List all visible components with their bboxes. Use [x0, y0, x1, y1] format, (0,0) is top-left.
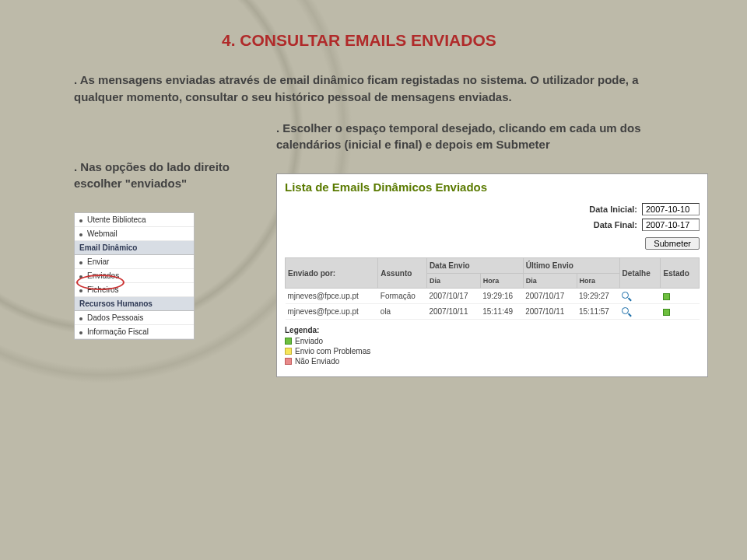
cell-de-dia: 2007/10/17: [426, 289, 480, 304]
date-inicial-input[interactable]: [642, 203, 700, 215]
note-right: . Escolher o espaço temporal desejado, c…: [276, 120, 650, 154]
legend-title: Legenda:: [285, 326, 700, 334]
magnifier-icon: [622, 292, 629, 299]
section-heading: 4. CONSULTAR EMAILS ENVIADOS: [222, 31, 708, 50]
col-data-envio: Data Envio: [426, 258, 523, 274]
cell-estado: [661, 289, 700, 304]
legend-label: Não Enviado: [295, 357, 339, 366]
cell-de-hora: 19:29:16: [480, 289, 523, 304]
col-assunto: Assunto: [378, 258, 427, 289]
cell-por: mjneves@fpce.up.pt: [286, 289, 378, 304]
cell-de-hora: 15:11:49: [480, 304, 523, 320]
sidebar-item[interactable]: Utente Biblioteca: [75, 213, 194, 227]
sidebar-item-label: Informação Fiscal: [87, 327, 149, 336]
legend-red-icon: [285, 358, 292, 365]
col-detalhe: Detalhe: [619, 258, 661, 289]
col-de-dia: Dia: [426, 274, 480, 289]
label-data-final: Data Final:: [567, 220, 637, 229]
sidebar-item[interactable]: Informação Fiscal: [75, 325, 194, 339]
legend: Legenda: Enviado Envio com Problemas Não…: [285, 326, 700, 366]
date-final-input[interactable]: [642, 219, 700, 231]
cell-ue-hora: 19:29:27: [577, 289, 619, 304]
email-list-panel: Lista de Emails Dinâmicos Enviados Data …: [276, 173, 708, 377]
col-ue-dia: Dia: [523, 274, 577, 289]
legend-yellow-icon: [285, 348, 292, 355]
cell-de-dia: 2007/10/11: [426, 304, 480, 320]
col-ultimo-envio: Último Envio: [523, 258, 619, 274]
col-estado: Estado: [661, 258, 700, 289]
cell-estado: [661, 304, 700, 320]
sidebar-group-header: Recursos Humanos: [75, 297, 194, 311]
col-de-hora: Hora: [480, 274, 523, 289]
cell-ue-dia: 2007/10/11: [523, 304, 577, 320]
panel-title: Lista de Emails Dinâmicos Enviados: [285, 180, 700, 194]
intro-text: . As mensagens enviadas através de email…: [74, 72, 673, 106]
cell-detalhe[interactable]: [619, 289, 661, 304]
table-row: mjneves@fpce.up.pt Formação 2007/10/17 1…: [286, 289, 700, 304]
cell-ue-hora: 15:11:57: [577, 304, 619, 320]
cell-por: mjneves@fpce.up.pt: [286, 304, 378, 320]
cell-assunto: ola: [378, 304, 427, 320]
table-row: mjneves@fpce.up.pt ola 2007/10/11 15:11:…: [286, 304, 700, 320]
sent-emails-table: Enviado por: Assunto Data Envio Último E…: [285, 257, 700, 320]
sidebar-item-label: Utente Biblioteca: [87, 215, 146, 224]
note-left: . Nas opções do lado direito escolher "e…: [74, 159, 268, 193]
sidebar-group-header: Email Dinâmico: [75, 241, 194, 255]
label-data-inicial: Data Inicial:: [567, 205, 637, 214]
col-enviado-por: Enviado por:: [286, 258, 378, 289]
sidebar-item-ficheiros[interactable]: Ficheiros: [75, 283, 194, 297]
sidebar-item[interactable]: Dados Pessoais: [75, 311, 194, 325]
status-green-icon: [663, 309, 670, 316]
sidebar-screenshot: Utente Biblioteca Webmail Email Dinâmico…: [74, 212, 195, 340]
sidebar-item-label: Webmail: [87, 229, 117, 238]
sidebar-item-label: Enviados: [87, 271, 119, 280]
sidebar-item-label: Ficheiros: [87, 285, 119, 294]
submit-button[interactable]: Submeter: [645, 237, 700, 250]
legend-green-icon: [285, 338, 292, 345]
legend-label: Envio com Problemas: [295, 347, 370, 355]
cell-assunto: Formação: [378, 289, 427, 304]
col-ue-hora: Hora: [577, 274, 619, 289]
sidebar-item[interactable]: Webmail: [75, 227, 194, 241]
sidebar-item-label: Dados Pessoais: [87, 313, 143, 322]
status-green-icon: [663, 293, 670, 300]
sidebar-item-label: Enviar: [87, 257, 109, 266]
legend-label: Enviado: [295, 337, 323, 345]
sidebar-item-enviados[interactable]: Enviados: [75, 269, 194, 283]
cell-detalhe[interactable]: [619, 304, 661, 320]
sidebar-item-enviar[interactable]: Enviar: [75, 255, 194, 269]
cell-ue-dia: 2007/10/17: [523, 289, 577, 304]
magnifier-icon: [622, 307, 629, 314]
